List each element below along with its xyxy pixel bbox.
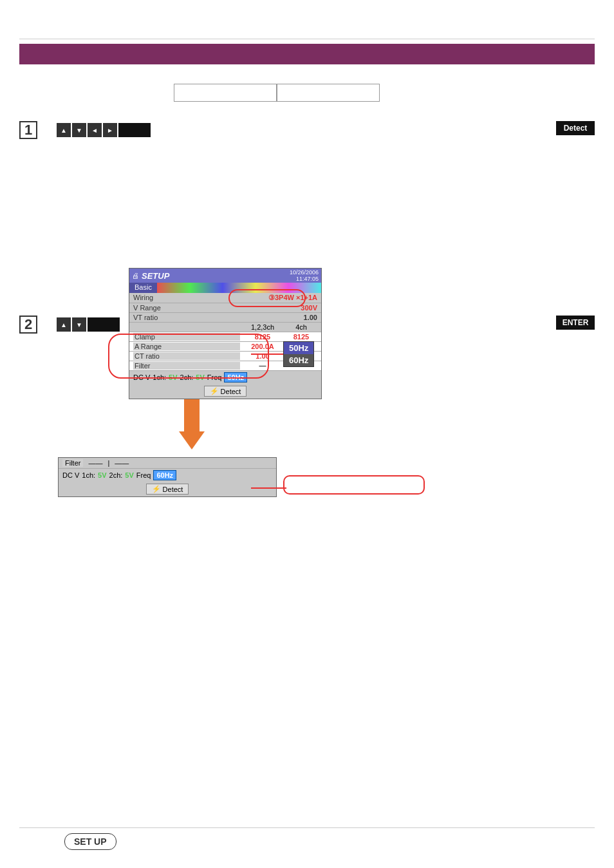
setup-titlebar: 🖨 SETUP 10/26/200611:47:05 (129, 269, 321, 283)
orange-arrow-body (184, 399, 200, 431)
setup-datetime: 10/26/200611:47:05 (290, 269, 319, 282)
ctratio-v1: 1.00 (240, 352, 285, 360)
bottom-freq-label: Freq (136, 471, 151, 479)
vrange-value: 300V (301, 304, 317, 312)
arrow-down[interactable]: ▼ (72, 123, 86, 137)
setup-tab-bar: Basic (129, 283, 321, 293)
bottom-filter-extra: | (107, 459, 109, 467)
step2-enter-button[interactable]: ENTER (556, 316, 595, 330)
freq-label: Freq (207, 373, 222, 381)
dcv-2ch-label: 2ch: (180, 373, 194, 381)
step2-black-btn[interactable] (88, 317, 120, 332)
clamp-v2: 8125 (285, 333, 317, 341)
arrow-right[interactable]: ► (103, 123, 117, 137)
wiring-row: Wiring ③3P4W ×1+1A (129, 293, 321, 303)
dcv-1ch-val: 5V (169, 373, 177, 381)
step-boxes (174, 84, 380, 102)
step-box-2 (277, 84, 380, 102)
step1-number: 1 (19, 121, 37, 139)
bottom-filter-row: Filter —— | —— (59, 458, 276, 469)
step1-nav-arrows[interactable]: ▲ ▼ ◄ ► (57, 123, 151, 137)
ctratio-label: CT ratio (133, 352, 240, 360)
vrange-label: V Range (133, 304, 161, 312)
step2-arrow-up[interactable]: ▲ (57, 317, 71, 332)
arrow-left[interactable]: ◄ (88, 123, 102, 137)
step1-enter-button[interactable]: Detect (556, 121, 595, 135)
dcv-2ch-val: 5V (196, 373, 204, 381)
detect-icon: ⚡ (210, 387, 219, 395)
arange-label: A Range (133, 343, 240, 350)
top-divider (19, 39, 595, 39)
dropdown-item-60hz[interactable]: 60Hz (284, 354, 313, 366)
bottom-filter-end: —— (115, 459, 129, 467)
bottom-dcv-row: DC V 1ch: 5V 2ch: 5V Freq 60Hz (59, 469, 276, 482)
detect-button[interactable]: ⚡ Detect (204, 386, 247, 397)
bottom-freq-value: 60Hz (153, 470, 176, 480)
dcv-label: DC V (133, 373, 150, 381)
bottom-detect-area: ⚡ Detect (59, 482, 276, 496)
header-bar (19, 44, 595, 64)
bottom-result-screen: Filter —— | —— DC V 1ch: 5V 2ch: 5V Freq… (58, 457, 277, 497)
clamp-v1: 8125 (240, 333, 285, 341)
dropdown-item-50hz[interactable]: 50Hz (284, 342, 313, 354)
wiring-label: Wiring (133, 294, 153, 302)
bottom-60hz-annotation (283, 475, 425, 495)
clamp-label: Clamp (133, 333, 240, 341)
setup-title: SETUP (142, 271, 169, 281)
clamp-row: Clamp 8125 8125 (129, 332, 321, 342)
step-box-1 (174, 84, 277, 102)
bottom-1ch-label: 1ch: (82, 471, 95, 479)
arrow-up[interactable]: ▲ (57, 123, 71, 137)
step2-arrow-down[interactable]: ▼ (72, 317, 86, 332)
bottom-divider (19, 827, 595, 828)
bottom-dcv-label: DC V (62, 471, 79, 479)
freq-dropdown[interactable]: 50Hz 60Hz (283, 341, 314, 367)
dcv-1ch-label: 1ch: (153, 373, 166, 381)
arange-v1: 200.0A (240, 343, 285, 350)
setup-screen: 🖨 SETUP 10/26/200611:47:05 Basic Wiring … (129, 268, 322, 399)
filter-label: Filter (133, 362, 240, 370)
bottom-1ch-val: 5V (98, 471, 106, 479)
bottom-2ch-label: 2ch: (109, 471, 123, 479)
tab-basic[interactable]: Basic (129, 283, 157, 293)
orange-arrow (179, 399, 205, 449)
wiring-value: ③3P4W ×1+1A (268, 294, 317, 302)
bottom-detect-label: Detect (163, 486, 183, 493)
filter-v1: — (240, 362, 285, 370)
freq-value-box[interactable]: 50Hz (224, 372, 247, 382)
step1-black-btn[interactable] (118, 123, 151, 137)
bottom-filter-dashes: —— (88, 459, 102, 467)
bottom-detect-button[interactable]: ⚡ Detect (146, 484, 189, 495)
step2-number: 2 (19, 316, 37, 334)
orange-arrow-head (179, 431, 205, 449)
bottom-filter-label: Filter (62, 459, 83, 467)
dcv-row: DC V 1ch: 5V 2ch: 5V Freq 50Hz (129, 371, 321, 384)
vrange-row: V Range 300V (129, 303, 321, 313)
tab-colored[interactable] (157, 283, 321, 293)
bottom-2ch-val: 5V (125, 471, 133, 479)
bottom-detect-icon: ⚡ (152, 485, 161, 493)
detect-area: ⚡ Detect (129, 384, 321, 399)
step2-nav-arrows[interactable]: ▲ ▼ (57, 317, 120, 332)
detect-label: Detect (221, 388, 241, 395)
bottom-setup-label: SET UP (64, 833, 116, 850)
